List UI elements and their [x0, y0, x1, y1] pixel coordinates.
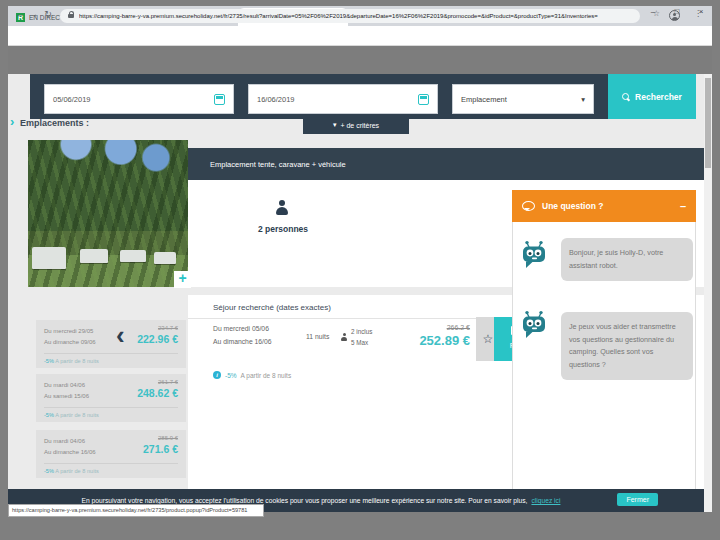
cookie-close-button[interactable]: Fermer [617, 493, 658, 506]
page-scrollbar[interactable] [704, 74, 712, 512]
alt1-dates: Du mercredi 29/05 Au dimanche 09/06 [44, 326, 96, 349]
chevron-down-icon: ▾ [333, 121, 337, 129]
alt2-old-price: 261.7 € [158, 379, 178, 385]
alt3-note-text: A partir de 8 nuits [55, 468, 99, 474]
caravan-shape [154, 252, 176, 264]
current-price: 252.89 € [358, 333, 470, 348]
caravan-shape [120, 250, 146, 262]
calendar-icon[interactable] [214, 94, 225, 105]
forward-button-icon[interactable]: → [28, 9, 40, 19]
chat-title: Une question ? [542, 201, 603, 211]
alt-date-card-2[interactable]: Du mardi 04/06 Au samedi 15/06 261.7 € 2… [36, 374, 186, 422]
browser-window: R EN DIRECT / LIVE: Nevers - Oyo × Forum… [8, 6, 712, 512]
search-icon [622, 93, 630, 101]
robot-avatar-icon [519, 310, 549, 342]
chat-body: Bonjour, je suis Holly-D, votre assistan… [512, 222, 696, 512]
profile-icon[interactable] [669, 10, 680, 21]
cookie-text: En poursuivant votre navigation, vous ac… [82, 497, 528, 504]
robot-avatar-icon [519, 240, 549, 272]
alt2-note: -5% A partir de 8 nuits [44, 407, 178, 418]
stay-dates: Du mercredi 05/06 Au dimanche 16/06 [213, 323, 272, 349]
alt3-dates: Du mardi 04/06 Au dimanche 16/06 [44, 436, 96, 459]
alt2-from: Du mardi 04/06 [44, 380, 89, 391]
alt1-note-text: A partir de 8 nuits [55, 358, 99, 364]
chat-message-2: Je peux vous aider et transmettre vos qu… [561, 312, 693, 380]
listing-title-bar: Emplacement tente, caravane + véhicule [188, 148, 712, 180]
departure-date-field[interactable]: 16/06/2019 [248, 84, 438, 114]
caravan-shape [80, 249, 108, 263]
old-price: 266.2 € [388, 324, 470, 331]
alt2-note-text: A partir de 8 nuits [55, 412, 99, 418]
cookie-link[interactable]: cliquez ici [531, 497, 560, 504]
chevron-right-icon: › [10, 114, 14, 129]
discount-note: i -5% A partir de 8 nuits [213, 371, 291, 379]
page-top-band [8, 46, 712, 74]
alt1-old-price: 234.7 € [158, 325, 178, 331]
photo-zoom-button[interactable]: + [174, 271, 191, 288]
departure-date-value: 16/06/2019 [257, 95, 295, 104]
alt2-discount-pct: -5% [44, 412, 54, 418]
discount-text: A partir de 8 nuits [241, 372, 292, 379]
page-viewport: 05/06/2019 16/06/2019 Emplacement ▾ Rech… [8, 46, 712, 512]
alt3-note: -5% A partir de 8 nuits [44, 463, 178, 474]
discount-percent: -5% [225, 372, 237, 379]
alt-date-card-1[interactable]: Du mercredi 29/05 Au dimanche 09/06 ‹ 23… [36, 320, 186, 368]
address-bar[interactable]: https://camping-barre-y-va.premium.secur… [60, 9, 640, 23]
browser-menu-icon[interactable]: ⋮ [694, 9, 702, 18]
alt-date-card-3[interactable]: Du mardi 04/06 Au dimanche 16/06 285.9 €… [36, 430, 186, 478]
alt2-price: 248.62 € [137, 387, 178, 399]
alt3-from: Du mardi 04/06 [44, 436, 96, 447]
chat-widget: Une question ? – Bonjour, je suis Holly-… [512, 190, 696, 512]
speech-bubble-icon [522, 201, 535, 211]
chevron-down-icon: ▾ [581, 95, 585, 104]
chat-header[interactable]: Une question ? – [512, 190, 696, 222]
alt1-price: 222.96 € [137, 333, 178, 345]
chat-minimize-icon[interactable]: – [680, 200, 686, 212]
more-criteria-button[interactable]: ▾ + de critères [303, 116, 409, 134]
page-title: Emplacements : [20, 118, 89, 128]
arrival-date-value: 05/06/2019 [53, 95, 91, 104]
more-criteria-label: + de critères [340, 122, 379, 129]
https-lock-icon [68, 14, 74, 18]
back-button-icon[interactable]: ← [14, 9, 26, 19]
alt3-old-price: 285.9 € [158, 435, 178, 441]
alt2-to: Au samedi 15/06 [44, 391, 89, 402]
alt2-dates: Du mardi 04/06 Au samedi 15/06 [44, 380, 89, 403]
arrival-date-field[interactable]: 05/06/2019 [44, 84, 234, 114]
stay-from: Du mercredi 05/06 [213, 323, 272, 336]
bookmark-star-icon[interactable]: ☆ [653, 9, 660, 18]
capacity-label: 2 personnes [228, 224, 338, 234]
stay-to: Au dimanche 16/06 [213, 336, 272, 349]
campsite-photo [28, 140, 188, 287]
alt1-to: Au dimanche 09/06 [44, 337, 96, 348]
alt1-from: Du mercredi 29/05 [44, 326, 96, 337]
browser-toolbar: ← → ↻ https://camping-barre-y-va.premium… [8, 26, 712, 46]
search-button-label: Rechercher [635, 92, 682, 102]
listing-title: Emplacement tente, caravane + véhicule [210, 160, 346, 169]
person-icon [274, 200, 290, 216]
info-icon: i [213, 371, 221, 379]
accommodation-type-select[interactable]: Emplacement ▾ [452, 84, 594, 114]
stay-header: Séjour recherché (dates exactes) [188, 295, 520, 319]
status-url-tooltip: https://camping-barre-y-va.premium.secur… [8, 504, 264, 517]
reload-button-icon[interactable]: ↻ [42, 9, 54, 19]
chat-message-1: Bonjour, je suis Holly-D, votre assistan… [561, 238, 693, 281]
nights-label: 11 nuits [306, 333, 329, 340]
url-text[interactable]: https://camping-barre-y-va.premium.secur… [79, 13, 632, 19]
alt1-note: -5% A partir de 8 nuits [44, 353, 178, 364]
chevron-left-icon[interactable]: ‹ [116, 320, 125, 351]
alt3-price: 271.6 € [143, 443, 178, 455]
alt3-discount-pct: -5% [44, 468, 54, 474]
person-icon [340, 333, 348, 341]
section-heading-row: › Emplacements : ▾ + de critères [8, 112, 712, 136]
scrollbar-thumb[interactable] [705, 78, 711, 168]
accommodation-type-value: Emplacement [461, 95, 507, 104]
calendar-icon[interactable] [418, 94, 429, 105]
alt1-discount-pct: -5% [44, 358, 54, 364]
alt3-to: Au dimanche 16/06 [44, 447, 96, 458]
caravan-shape [32, 247, 66, 269]
